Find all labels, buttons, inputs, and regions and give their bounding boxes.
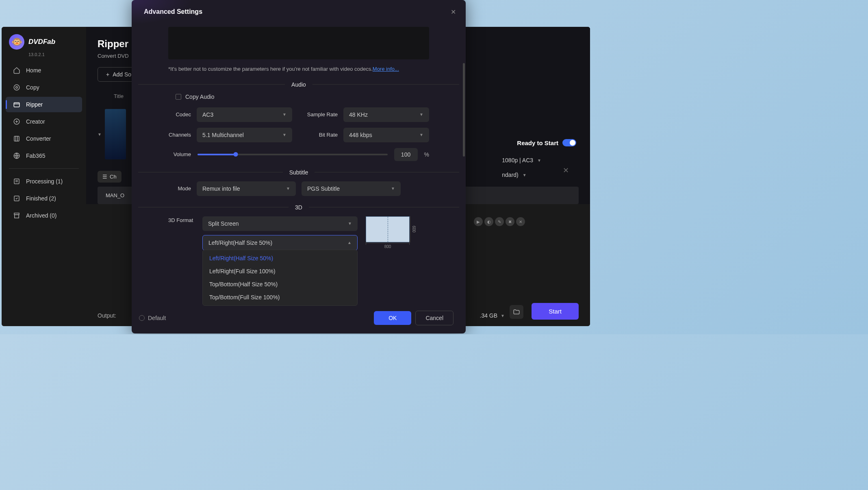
split-screen-value: Split Screen [208, 220, 239, 227]
sidebar: 🐵 DVDFab 13.0.2.1 Home Copy Ripper Creat… [2, 27, 86, 326]
svg-rect-4 [14, 136, 19, 141]
subtitle-mode-label: Mode [168, 185, 191, 192]
nav-fab365[interactable]: Fab365 [6, 148, 82, 163]
output-size-select[interactable]: .34 GB▼ [480, 312, 505, 319]
movie-thumbnail[interactable] [105, 109, 126, 159]
volume-label: Volume [168, 151, 191, 157]
chevron-down-icon: ▼ [501, 314, 505, 318]
modal-footer: Default OK Cancel [139, 311, 454, 325]
modal-close-icon[interactable]: ✕ [451, 8, 456, 16]
col-title: Title [114, 93, 124, 99]
samplerate-label: Sample Rate [305, 111, 338, 118]
nav-finished[interactable]: Finished (2) [6, 191, 82, 206]
bitrate-select[interactable]: 448 kbps▼ [343, 128, 429, 142]
channels-select[interactable]: 5.1 Multichannel▼ [197, 128, 292, 142]
chevron-up-icon: ▲ [347, 240, 352, 245]
chevron-down-icon: ▼ [282, 112, 286, 117]
volume-row: Volume 100 % [168, 148, 429, 161]
app-logo-icon: 🐵 [9, 34, 24, 50]
copy-audio-checkbox[interactable] [176, 94, 181, 100]
output-folder-button[interactable] [510, 305, 523, 319]
dropdown-option-1[interactable]: Left/Right(Half Size 50%) [203, 252, 357, 265]
ready-toggle[interactable] [562, 139, 576, 146]
crop-icon[interactable]: ✖ [506, 217, 514, 226]
logo-area: 🐵 DVDFab [2, 27, 86, 54]
nav-creator[interactable]: Creator [6, 114, 82, 129]
subtitle-mode-select[interactable]: Remux into file▼ [197, 181, 296, 196]
nav-copy[interactable]: Copy [6, 80, 82, 95]
copy-icon [13, 84, 20, 91]
nav-converter[interactable]: Converter [6, 131, 82, 146]
nav-ripper[interactable]: Ripper [6, 97, 82, 112]
ripper-icon [13, 101, 20, 108]
scrollbar-thumb[interactable] [463, 63, 465, 157]
svg-point-1 [16, 87, 18, 89]
version-label: 13.0.2.1 [2, 52, 86, 57]
chevron-down-icon: ▼ [523, 173, 527, 177]
start-button[interactable]: Start [532, 303, 579, 320]
ready-label: Ready to Start [517, 139, 558, 146]
remove-item-icon[interactable]: ✕ [563, 166, 569, 175]
copy-audio-row[interactable]: Copy Audio [176, 94, 429, 100]
output-size-value: .34 GB [480, 312, 498, 319]
ready-toggle-area: Ready to Start [517, 139, 576, 146]
play-icon[interactable]: ▶ [474, 217, 483, 226]
bitrate-label: Bit Rate [305, 132, 338, 138]
volume-slider[interactable] [197, 154, 388, 155]
dropdown-option-2[interactable]: Left/Right(Full Size 100%) [203, 265, 357, 278]
split-screen-select[interactable]: Split Screen▼ [202, 216, 358, 231]
volume-value[interactable]: 100 [394, 148, 418, 161]
codec-select[interactable]: AC3▼ [197, 107, 292, 122]
copy-audio-label: Copy Audio [185, 94, 215, 100]
preview-icon[interactable]: ◐ [484, 217, 493, 226]
format-row-2[interactable]: ndard)▼ [502, 172, 541, 178]
home-icon [13, 67, 20, 74]
nav-divider [9, 168, 79, 169]
converter-icon [13, 135, 20, 142]
globe-icon [13, 152, 20, 159]
choose-other-label: Ch [110, 174, 117, 180]
nav-archived-label: Archived (0) [26, 212, 56, 219]
nav-creator-label: Creator [26, 118, 45, 125]
chevron-down-icon: ▼ [282, 133, 286, 137]
nav-home[interactable]: Home [6, 63, 82, 78]
channels-value: 5.1 Multichannel [202, 132, 244, 138]
more-info-link[interactable]: More info... [373, 66, 399, 72]
radio-icon [139, 315, 145, 321]
check-icon [13, 195, 20, 202]
nav-converter-label: Converter [26, 135, 51, 142]
default-radio[interactable]: Default [139, 315, 166, 321]
diagram-width-label: 800 [366, 243, 410, 249]
format-row-1[interactable]: 1080p | AC3▼ [502, 157, 541, 163]
subtitle-divider: Subtitle [138, 169, 459, 176]
cancel-button[interactable]: Cancel [415, 311, 454, 325]
choose-other-titles-button[interactable]: ☰Ch [98, 171, 122, 183]
chevron-down-icon: ▼ [348, 221, 352, 226]
nav-processing[interactable]: Processing (1) [6, 174, 82, 189]
3d-format-label: 3D Format [168, 216, 197, 223]
modal-title: Advanced Settings [132, 0, 466, 24]
nav-archived[interactable]: Archived (0) [6, 208, 82, 223]
format-label: 1080p | AC3 [502, 157, 533, 163]
audio-section-title: Audio [291, 81, 306, 88]
creator-icon [13, 118, 20, 125]
subtitle-type-select[interactable]: PGS Subtitle▼ [302, 181, 401, 196]
3d-layout-select[interactable]: Left/Right(Half Size 50%)▲ [202, 235, 358, 250]
samplerate-select[interactable]: 48 KHz▼ [343, 107, 429, 122]
delete-icon[interactable]: ✕ [516, 217, 525, 226]
add-source-label: Add So [113, 71, 131, 78]
subtitle-section-title: Subtitle [289, 169, 308, 176]
list-icon [13, 178, 20, 185]
dropdown-option-3[interactable]: Top/Bottom(Half Size 50%) [203, 278, 357, 291]
collapse-icon[interactable]: ▼ [98, 132, 102, 137]
hint-text-label: *It's better not to customize the parame… [168, 66, 373, 72]
ok-button[interactable]: OK [374, 311, 411, 325]
3d-diagram: 800 600 [366, 216, 418, 248]
default-label: Default [148, 315, 166, 321]
codec-label: Codec [168, 111, 191, 118]
edit-icon[interactable]: ✎ [495, 217, 504, 226]
nav-ripper-label: Ripper [26, 101, 43, 108]
format-label-2: ndard) [502, 172, 518, 178]
nav-finished-label: Finished (2) [26, 195, 56, 202]
dropdown-option-4[interactable]: Top/Bottom(Full Size 100%) [203, 291, 357, 304]
